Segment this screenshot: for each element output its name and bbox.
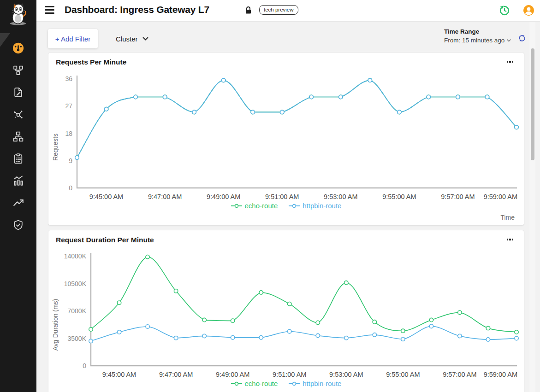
shield-check-icon [12,219,24,231]
sidebar-item-gateways[interactable] [0,125,36,147]
sidebar-item-metrics[interactable] [0,192,36,214]
data-point [344,336,348,339]
sidebar-item-security[interactable] [0,214,36,236]
x-tick-label: 9:51:00 AM [273,371,306,378]
series-line-httpbin-route [77,80,516,158]
data-point [104,107,108,111]
scrollbar-track[interactable] [529,22,535,392]
y-tick-label: 7000K [68,307,87,315]
time-range-block: Time Range From: 15 minutes ago [444,28,518,44]
data-point [316,333,320,337]
data-point [373,320,376,324]
data-point [117,301,121,304]
app-header: Dashboard: Ingress Gateway L7 tech previ… [36,0,540,22]
user-avatar-icon[interactable] [523,5,534,18]
x-tick-label: 9:55:00 AM [382,193,416,200]
line-chart-svg: 03500K7000K10500K14000KAvg Duration (ms)… [48,250,524,379]
x-tick-label: 9:49:00 AM [207,193,240,200]
sidebar-item-insights[interactable] [0,170,36,192]
sidebar [0,0,36,392]
x-tick-label: 9:53:00 AM [329,371,363,378]
sitemap-icon [12,131,24,142]
sidebar-item-data-planes[interactable] [0,147,36,170]
data-point [515,125,518,129]
data-point [202,334,206,338]
y-tick-label: 0 [69,184,72,192]
legend-item-httpbin-route[interactable]: httpbin-route [289,202,341,210]
app-root: Dashboard: Ingress Gateway L7 tech previ… [0,0,540,392]
data-point [259,291,263,294]
data-point [231,336,234,339]
scrollbar-thumb[interactable] [531,48,534,160]
y-tick-label: 3500K [68,335,87,342]
data-point [427,95,430,99]
chart-title: Request Duration Per Minute [56,236,154,244]
gauge-icon [12,42,24,54]
kuma-cat-logo[interactable] [8,2,28,28]
data-point [368,78,372,82]
x-tick-label: 9:57:00 AM [441,193,475,200]
x-tick-label: 9:59:00 AM [484,193,517,200]
legend-marker-icon [289,204,300,208]
legend-item-echo-route[interactable]: echo-route [231,202,278,210]
y-axis-name: Avg Duration (ms) [52,299,59,351]
line-chart-svg: 09182736Requests9:45:00 AM9:47:00 AM9:49… [48,72,524,201]
data-point [515,336,518,340]
history-icon[interactable] [498,5,510,18]
legend-item-echo-route[interactable]: echo-route [231,380,278,387]
x-axis-name: Time [500,214,515,221]
y-tick-label: 0 [83,362,86,369]
data-point [251,110,255,114]
data-point [316,321,320,324]
sidebar-item-dashboard[interactable] [0,37,36,59]
mesh-molecule-icon [12,109,24,120]
time-range-value[interactable]: From: 15 minutes ago [444,37,518,44]
data-point [117,330,121,334]
tech-preview-badge: tech preview [259,5,298,15]
data-point [401,329,405,333]
legend-item-httpbin-route[interactable]: httpbin-route [289,380,341,387]
data-point [202,318,206,322]
sidebar-item-policies[interactable] [0,81,36,103]
add-filter-button[interactable]: + Add Filter [48,29,98,48]
cluster-label: Cluster [116,35,138,43]
ellipsis-menu-icon[interactable] [504,235,516,244]
data-point [373,333,376,337]
data-point [429,324,433,328]
legend-marker-icon [231,204,242,208]
data-point [89,328,93,331]
card-request-duration-per-minute: Request Duration Per Minute 03500K7000K1… [48,230,524,392]
data-point [75,156,79,159]
cluster-dropdown[interactable]: Cluster [110,29,154,48]
ellipsis-menu-icon[interactable] [504,57,516,66]
filter-bar: + Add Filter Cluster Time Range From: 15… [36,22,540,52]
requests-line-chart[interactable]: 09182736Requests9:45:00 AM9:47:00 AM9:49… [48,72,524,201]
data-point [515,330,518,334]
data-point [458,310,462,314]
data-point [485,95,489,99]
legend-marker-icon [289,381,300,386]
x-tick-label: 9:57:00 AM [443,371,476,378]
refresh-icon[interactable] [518,34,526,44]
data-point [146,325,149,328]
y-tick-label: 10500K [64,280,87,287]
x-tick-label: 9:55:00 AM [386,371,420,378]
time-range-label: Time Range [444,28,518,35]
data-point [89,339,93,343]
hamburger-menu-icon[interactable] [45,6,54,14]
chevron-down-icon [507,39,511,42]
x-tick-label: 9:45:00 AM [89,193,123,200]
sidebar-item-services[interactable] [0,103,36,125]
data-point [174,336,178,339]
chevron-down-icon [142,37,148,41]
x-tick-label: 9:45:00 AM [102,371,136,378]
data-point [163,95,166,99]
data-point [458,334,462,338]
duration-line-chart[interactable]: 03500K7000K10500K14000KAvg Duration (ms)… [48,250,524,379]
chart-legend: echo-route httpbin-route [48,202,524,210]
data-point [309,95,313,99]
sidebar-item-topology[interactable] [0,59,36,81]
y-tick-label: 14000K [64,252,87,260]
data-point [259,336,263,339]
data-point [398,110,401,114]
